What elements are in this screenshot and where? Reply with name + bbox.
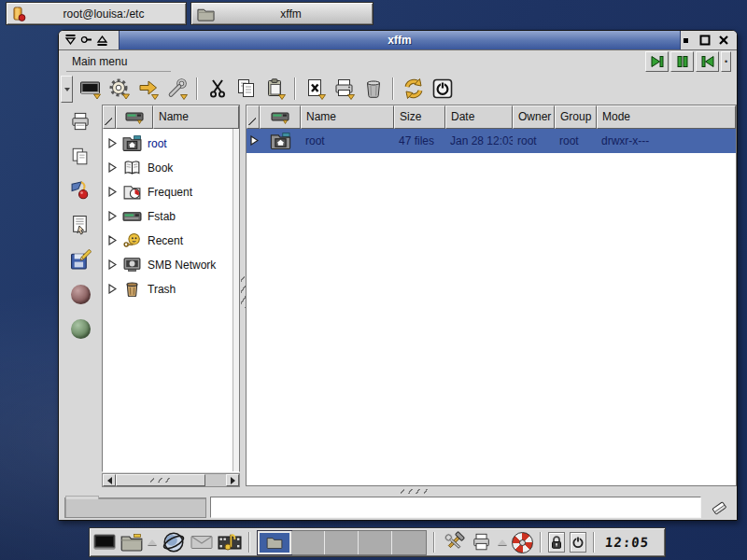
titlebar[interactable]: xffm	[59, 31, 737, 50]
tree-body[interactable]: root Book Frequent	[103, 129, 239, 471]
tree-item-fstab[interactable]: Fstab	[103, 204, 239, 229]
scrollbar-thumb[interactable]	[116, 474, 205, 486]
panel-media-launcher[interactable]	[218, 530, 242, 554]
panel-tools-launcher[interactable]	[442, 530, 466, 554]
expander-icon[interactable]	[108, 211, 117, 221]
lock-screen-button[interactable]	[548, 532, 565, 553]
scroll-left-arrow[interactable]	[103, 474, 116, 486]
workspace-3[interactable]	[325, 531, 359, 554]
window-unshade-icon[interactable]	[95, 34, 108, 47]
tree-item-recent[interactable]: Recent	[103, 229, 239, 253]
scrollbar-track[interactable]	[205, 474, 226, 486]
cut-button[interactable]	[203, 76, 232, 103]
power-button[interactable]	[570, 532, 586, 553]
expander-icon[interactable]	[108, 259, 117, 270]
tree-item-frequent[interactable]: Frequent	[103, 180, 239, 204]
main-menu-item[interactable]: Main menu	[64, 53, 134, 70]
maximize-icon[interactable]	[699, 34, 712, 47]
paste-button[interactable]	[261, 76, 289, 103]
window-stick-icon[interactable]	[79, 34, 92, 47]
panel-print-launcher[interactable]	[471, 530, 493, 554]
tree-sort-corner[interactable]	[103, 105, 116, 129]
desktop[interactable]: root@louisa:/etc xffm xffm	[0, 0, 747, 560]
window-title: xffm	[388, 34, 411, 47]
date-column-header[interactable]: Date	[445, 105, 513, 129]
side-duplicate-button[interactable]	[68, 145, 92, 169]
go-to-button[interactable]	[134, 76, 162, 103]
titlebar-left-icons	[59, 31, 119, 49]
tree-item-smb-network[interactable]: SMB Network	[103, 253, 239, 277]
titlebar-title-area[interactable]: xffm	[119, 31, 681, 49]
sort-tick-icon	[248, 118, 256, 125]
file-row-root[interactable]: root 47 files Jan 28 12:03 root root drw…	[247, 129, 736, 153]
tree-item-trash[interactable]: Trash	[103, 277, 239, 301]
column-label: Date	[451, 110, 474, 123]
scroll-right-arrow[interactable]	[226, 474, 239, 486]
pause-button[interactable]	[670, 51, 694, 72]
copy-button[interactable]	[232, 76, 261, 103]
row-expander[interactable]	[247, 135, 260, 146]
tree-item-label: Book	[148, 161, 173, 175]
minimize-icon[interactable]	[681, 34, 693, 47]
side-sphere-green-button[interactable]	[68, 317, 92, 342]
tree-icon-column-header[interactable]	[116, 105, 153, 129]
workspace-1-active[interactable]	[258, 531, 291, 554]
panel-mail-launcher[interactable]	[190, 530, 213, 554]
side-sphere-red-button[interactable]	[68, 283, 92, 307]
quit-button[interactable]	[428, 76, 457, 103]
panel-handle[interactable]	[659, 530, 661, 554]
expander-icon[interactable]	[108, 138, 117, 148]
owner-column-header[interactable]: Owner	[513, 105, 555, 129]
window-shade-icon[interactable]	[63, 34, 77, 47]
side-print-button[interactable]	[68, 110, 92, 134]
column-label: Mode	[602, 110, 630, 123]
tree-horizontal-scrollbar	[102, 473, 240, 487]
expander-icon[interactable]	[108, 284, 117, 294]
tree-item-root[interactable]: root	[103, 132, 239, 156]
taskbar-button-terminal[interactable]: root@louisa:/etc	[6, 2, 187, 25]
expander-icon[interactable]	[108, 162, 117, 173]
refresh-button[interactable]	[399, 76, 428, 103]
side-save-button[interactable]	[68, 248, 92, 273]
trash-button[interactable]	[359, 76, 388, 103]
tree-name-column-header[interactable]: Name	[153, 105, 239, 129]
size-column-header[interactable]: Size	[394, 105, 445, 129]
nav-more-button[interactable]: •	[721, 51, 731, 72]
taskbar-button-xffm[interactable]: xffm	[190, 2, 374, 25]
clear-entry-button[interactable]	[705, 497, 733, 519]
workspace-2[interactable]	[291, 531, 325, 554]
horizontal-pane-divider[interactable]	[59, 487, 737, 495]
expander-icon[interactable]	[108, 187, 117, 197]
icon-column-header[interactable]	[260, 105, 301, 129]
workspace-4[interactable]	[359, 531, 392, 554]
open-terminal-button[interactable]	[76, 76, 105, 103]
close-icon[interactable]	[717, 34, 729, 47]
side-download-button[interactable]	[68, 179, 92, 203]
list-body[interactable]: root 47 files Jan 28 12:03 root root drw…	[247, 129, 736, 485]
print-button[interactable]	[330, 76, 359, 103]
popup-arrow-icon[interactable]	[148, 539, 157, 545]
panel-terminal-launcher[interactable]	[93, 530, 116, 554]
diff-document-icon	[304, 77, 327, 100]
toolbar-handle[interactable]	[61, 76, 73, 103]
name-column-header[interactable]: Name	[301, 105, 394, 129]
go-forward-button[interactable]	[645, 51, 669, 72]
popup-arrow-icon[interactable]	[498, 539, 507, 545]
panel-browser-launcher[interactable]	[162, 530, 186, 554]
differences-button[interactable]	[301, 76, 330, 103]
bottom-panel: 12:05	[89, 527, 666, 557]
settings-button[interactable]	[105, 76, 134, 103]
workspace-5[interactable]	[392, 531, 426, 554]
group-column-header[interactable]: Group	[555, 105, 597, 129]
tools-button[interactable]	[162, 76, 191, 103]
tree-item-book[interactable]: Book	[103, 156, 239, 180]
panel-help-launcher[interactable]	[512, 530, 533, 554]
mode-column-header[interactable]: Mode	[597, 105, 736, 129]
location-entry[interactable]	[210, 497, 701, 518]
go-back-button[interactable]	[696, 51, 719, 72]
tree-vertical-scrollbar[interactable]	[233, 129, 239, 471]
panel-file-manager-launcher[interactable]	[120, 530, 143, 554]
expander-icon[interactable]	[108, 235, 117, 245]
side-select-button[interactable]	[68, 214, 92, 238]
list-sort-corner[interactable]	[247, 105, 260, 129]
